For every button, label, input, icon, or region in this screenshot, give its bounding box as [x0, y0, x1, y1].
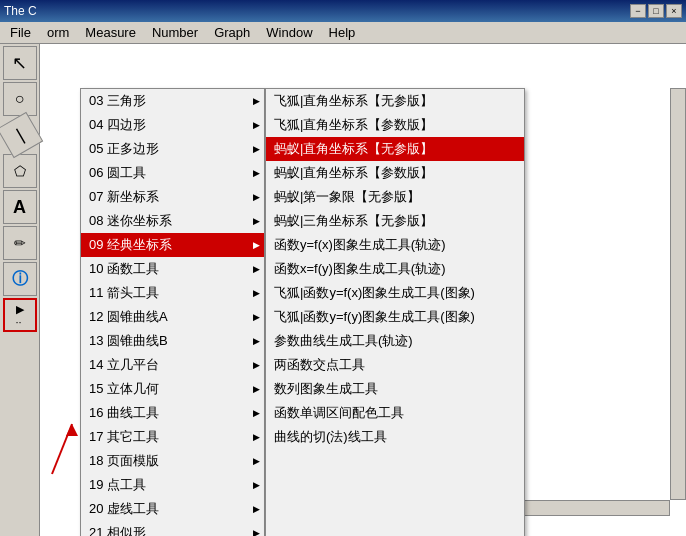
- left-context-menu: 03 三角形 04 四边形 05 正多边形 06 圆工具 07 新坐标系 08 …: [80, 88, 265, 536]
- toolbar: ↖ ○ | ⬠ A ✏ ⓘ ▶··: [0, 44, 40, 536]
- submenu-item-7[interactable]: 函数x=f(y)图象生成工具(轨迹): [266, 257, 524, 281]
- submenu-item-6[interactable]: 函数y=f(x)图象生成工具(轨迹): [266, 233, 524, 257]
- tool-text[interactable]: A: [3, 190, 37, 224]
- submenu-item-5[interactable]: 蚂蚁|三角坐标系【无参版】: [266, 209, 524, 233]
- vertical-scrollbar[interactable]: [670, 88, 686, 500]
- menu-item-18[interactable]: 18 页面模版: [81, 449, 264, 473]
- menu-number[interactable]: Number: [144, 23, 206, 42]
- menu-item-13[interactable]: 13 圆锥曲线B: [81, 329, 264, 353]
- menu-item-05[interactable]: 05 正多边形: [81, 137, 264, 161]
- tool-pointer[interactable]: ↖: [3, 46, 37, 80]
- submenu-item-9[interactable]: 飞狐|函数y=f(y)图象生成工具(图象): [266, 305, 524, 329]
- canvas-area: 03 三角形 04 四边形 05 正多边形 06 圆工具 07 新坐标系 08 …: [40, 44, 686, 536]
- tool-circle[interactable]: ○: [3, 82, 37, 116]
- svg-marker-1: [66, 424, 78, 436]
- menu-graph[interactable]: Graph: [206, 23, 258, 42]
- menu-window[interactable]: Window: [258, 23, 320, 42]
- menu-item-10[interactable]: 10 函数工具: [81, 257, 264, 281]
- menu-item-04[interactable]: 04 四边形: [81, 113, 264, 137]
- menu-item-14[interactable]: 14 立几平台: [81, 353, 264, 377]
- submenu-item-3[interactable]: 蚂蚁|直角坐标系【参数版】: [266, 161, 524, 185]
- tool-info[interactable]: ⓘ: [3, 262, 37, 296]
- submenu-item-11[interactable]: 两函数交点工具: [266, 353, 524, 377]
- submenu-item-12[interactable]: 数列图象生成工具: [266, 377, 524, 401]
- menu-item-09[interactable]: 09 经典坐标系: [81, 233, 264, 257]
- menu-item-19[interactable]: 19 点工具: [81, 473, 264, 497]
- menu-item-07[interactable]: 07 新坐标系: [81, 185, 264, 209]
- menu-file[interactable]: File: [2, 23, 39, 42]
- menu-item-03[interactable]: 03 三角形: [81, 89, 264, 113]
- svg-line-0: [52, 424, 72, 474]
- maximize-button[interactable]: □: [648, 4, 664, 18]
- main-area: ↖ ○ | ⬠ A ✏ ⓘ ▶·· 03 三角形 04 四边形 05 正多边形 …: [0, 44, 686, 536]
- tool-pencil[interactable]: ✏: [3, 226, 37, 260]
- tool-animate[interactable]: ▶··: [3, 298, 37, 332]
- menu-item-11[interactable]: 11 箭头工具: [81, 281, 264, 305]
- close-button[interactable]: ×: [666, 4, 682, 18]
- menu-bar: File orm Measure Number Graph Window Hel…: [0, 22, 686, 44]
- submenu-item-1[interactable]: 飞狐|直角坐标系【参数版】: [266, 113, 524, 137]
- tool-line[interactable]: |: [0, 112, 43, 158]
- submenu-item-14[interactable]: 曲线的切(法)线工具: [266, 425, 524, 449]
- minimize-button[interactable]: −: [630, 4, 646, 18]
- submenu-item-0[interactable]: 飞狐|直角坐标系【无参版】: [266, 89, 524, 113]
- right-context-menu: 飞狐|直角坐标系【无参版】 飞狐|直角坐标系【参数版】 蚂蚁|直角坐标系【无参版…: [265, 88, 525, 536]
- submenu-item-10[interactable]: 参数曲线生成工具(轨迹): [266, 329, 524, 353]
- title-text: The C: [4, 4, 630, 18]
- menu-item-08[interactable]: 08 迷你坐标系: [81, 209, 264, 233]
- submenu-item-4[interactable]: 蚂蚁|第一象限【无参版】: [266, 185, 524, 209]
- title-bar-buttons: − □ ×: [630, 4, 682, 18]
- submenu-item-2[interactable]: 蚂蚁|直角坐标系【无参版】: [266, 137, 524, 161]
- menu-item-17[interactable]: 17 其它工具: [81, 425, 264, 449]
- submenu-item-8[interactable]: 飞狐|函数y=f(x)图象生成工具(图象): [266, 281, 524, 305]
- submenu-item-13[interactable]: 函数单调区间配色工具: [266, 401, 524, 425]
- menu-item-16[interactable]: 16 曲线工具: [81, 401, 264, 425]
- menu-measure[interactable]: Measure: [77, 23, 144, 42]
- menu-help[interactable]: Help: [321, 23, 364, 42]
- menu-item-15[interactable]: 15 立体几何: [81, 377, 264, 401]
- context-menus: 03 三角形 04 四边形 05 正多边形 06 圆工具 07 新坐标系 08 …: [80, 88, 525, 536]
- title-bar: The C − □ ×: [0, 0, 686, 22]
- tool-polygon[interactable]: ⬠: [3, 154, 37, 188]
- menu-item-20[interactable]: 20 虚线工具: [81, 497, 264, 521]
- menu-item-21[interactable]: 21 相似形: [81, 521, 264, 536]
- menu-item-06[interactable]: 06 圆工具: [81, 161, 264, 185]
- menu-orm[interactable]: orm: [39, 23, 77, 42]
- menu-item-12[interactable]: 12 圆锥曲线A: [81, 305, 264, 329]
